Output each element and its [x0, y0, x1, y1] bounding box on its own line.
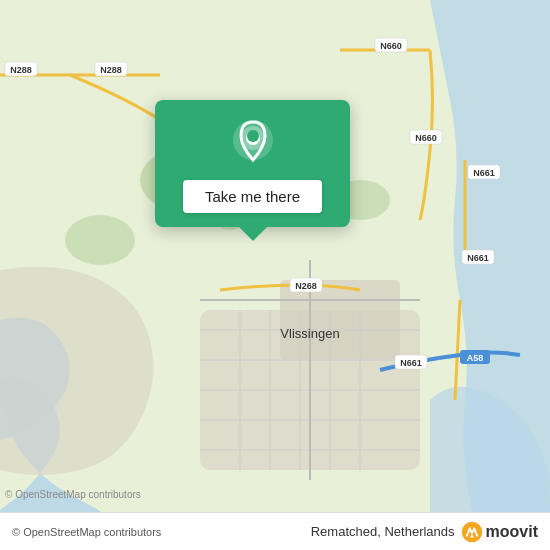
- map-pin-icon: [227, 118, 279, 170]
- svg-point-50: [470, 534, 473, 537]
- svg-text:N661: N661: [467, 253, 489, 263]
- osm-attribution: © OpenStreetMap contributors: [12, 526, 161, 538]
- svg-text:N268: N268: [295, 281, 317, 291]
- svg-text:N660: N660: [415, 133, 437, 143]
- map-background: N288 N288 N288 N660 N660 N661 N661 N268 …: [0, 0, 550, 550]
- svg-text:N661: N661: [473, 168, 495, 178]
- location-popup: Take me there: [155, 100, 350, 227]
- svg-text:N288: N288: [100, 65, 122, 75]
- svg-text:N660: N660: [380, 41, 402, 51]
- svg-text:N661: N661: [400, 358, 422, 368]
- moovit-logo: moovit: [461, 521, 538, 543]
- svg-text:A58: A58: [467, 353, 484, 363]
- svg-point-20: [65, 215, 135, 265]
- svg-text:© OpenStreetMap contributors: © OpenStreetMap contributors: [5, 489, 141, 500]
- brand-section: Rematched, Netherlands moovit: [311, 521, 538, 543]
- moovit-brand-text: moovit: [486, 523, 538, 541]
- svg-point-48: [247, 130, 259, 142]
- osm-copyright: © OpenStreetMap contributors: [12, 526, 161, 538]
- map-container[interactable]: N288 N288 N288 N660 N660 N661 N661 N268 …: [0, 0, 550, 550]
- svg-text:Vlissingen: Vlissingen: [280, 326, 339, 341]
- bottom-bar: © OpenStreetMap contributors Rematched, …: [0, 512, 550, 550]
- moovit-icon: [461, 521, 483, 543]
- location-text: Rematched, Netherlands: [311, 524, 455, 539]
- svg-text:N288: N288: [10, 65, 32, 75]
- take-me-there-button[interactable]: Take me there: [183, 180, 322, 213]
